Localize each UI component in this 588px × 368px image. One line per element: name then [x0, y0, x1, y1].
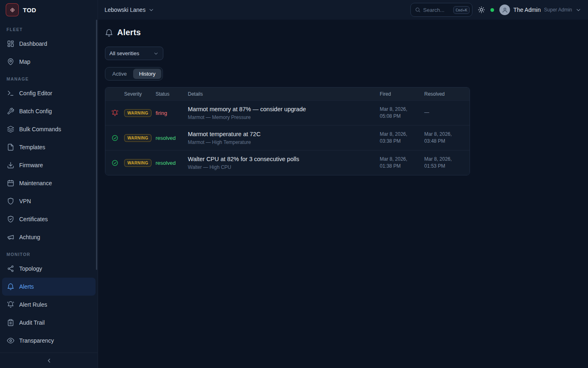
- terminal-icon: [7, 90, 14, 97]
- org-name: Lebowski Lanes: [105, 7, 145, 13]
- severity-badge: WARNING: [124, 159, 151, 167]
- sidebar-item-label: Bulk Commands: [19, 126, 61, 132]
- fired-time: Mar 8, 2026, 03:38 PM: [380, 131, 424, 145]
- org-selector[interactable]: Lebowski Lanes: [105, 7, 154, 13]
- logo[interactable]: TOD: [0, 0, 98, 20]
- sidebar-item-transparency[interactable]: Transparency: [2, 332, 96, 350]
- connection-status-dot: [490, 8, 494, 12]
- search-icon: [415, 7, 421, 13]
- table-header: Severity Status Details Fired Resolved: [105, 88, 470, 100]
- page-header: Alerts: [105, 28, 588, 37]
- tabs-row: Active History: [105, 67, 588, 81]
- alert-row[interactable]: WARNING resolved Walter CPU at 82% for 3…: [105, 150, 470, 175]
- layers-icon: [7, 126, 14, 133]
- user-menu[interactable]: The Admin Super Admin: [499, 4, 581, 15]
- sidebar-item-vpn[interactable]: VPN: [2, 192, 96, 210]
- alert-details: Marmot temperature at 72C Marmot — High …: [188, 131, 380, 145]
- resolved-time: —: [424, 109, 470, 116]
- megaphone-icon: [7, 233, 14, 241]
- alert-details: Walter CPU at 82% for 3 consecutive poll…: [188, 156, 380, 170]
- chevron-left-icon: [46, 357, 52, 364]
- sidebar-item-label: VPN: [19, 198, 31, 204]
- theme-toggle-button[interactable]: [478, 6, 485, 13]
- chevron-down-icon: [153, 51, 159, 56]
- topology-icon: [7, 265, 14, 272]
- resolved-time: Mar 8, 2026, 03:48 PM: [424, 131, 470, 145]
- sidebar-item-batch-config[interactable]: Batch Config: [2, 102, 96, 120]
- user-name: The Admin: [513, 7, 541, 13]
- sidebar-item-alert-rules[interactable]: Alert Rules: [2, 296, 96, 314]
- alert-title: Marmot memory at 87% — consider upgrade: [188, 106, 380, 112]
- calendar-icon: [7, 180, 14, 187]
- sidebar-item-label: Templates: [19, 144, 45, 150]
- sidebar: TOD FLEET Dashboard Map MANAGE Config Ed…: [0, 0, 98, 368]
- shield-check-icon: [7, 215, 14, 223]
- status-text: resolved: [156, 160, 188, 166]
- filter-row: All severities: [105, 47, 588, 60]
- main-column: Lebowski Lanes Cmd+K The Admin Super Adm…: [98, 0, 588, 368]
- tab-active[interactable]: Active: [107, 69, 132, 79]
- sidebar-item-achtung[interactable]: Achtung: [2, 228, 96, 246]
- alert-row[interactable]: WARNING resolved Marmot temperature at 7…: [105, 125, 470, 150]
- avatar: [499, 4, 510, 15]
- severity-filter-select[interactable]: All severities: [105, 47, 163, 60]
- sidebar-item-label: Config Editor: [19, 90, 52, 96]
- sidebar-item-label: Alert Rules: [19, 301, 47, 308]
- section-label-monitor: MONITOR: [0, 246, 98, 260]
- status-text: firing: [156, 110, 188, 116]
- section-label-manage: MANAGE: [0, 71, 98, 84]
- sidebar-item-config-editor[interactable]: Config Editor: [2, 84, 96, 102]
- chevron-down-icon: [575, 7, 581, 13]
- sidebar-item-topology[interactable]: Topology: [2, 260, 96, 278]
- alert-title: Marmot temperature at 72C: [188, 131, 380, 137]
- alert-subtitle: Marmot — High Temperature: [188, 139, 380, 145]
- sidebar-item-label: Map: [19, 58, 30, 65]
- section-label-fleet: FLEET: [0, 21, 98, 35]
- severity-badge: WARNING: [124, 109, 151, 117]
- file-icon: [7, 144, 14, 151]
- col-details: Details: [188, 91, 380, 97]
- chevron-down-icon: [148, 7, 154, 13]
- alert-row[interactable]: WARNING firing Marmot memory at 87% — co…: [105, 100, 470, 125]
- logo-text: TOD: [23, 7, 36, 13]
- sidebar-item-label: Certificates: [19, 216, 48, 222]
- status-text: resolved: [156, 135, 188, 141]
- clipboard-icon: [7, 319, 14, 326]
- sidebar-item-bulk-commands[interactable]: Bulk Commands: [2, 120, 96, 138]
- eye-icon: [7, 337, 14, 344]
- alerts-tabs: Active History: [105, 67, 163, 81]
- col-severity: Severity: [124, 91, 156, 97]
- alert-subtitle: Walter — High CPU: [188, 164, 380, 170]
- search-box[interactable]: Cmd+K: [410, 3, 472, 17]
- sidebar-item-label: Achtung: [19, 234, 40, 240]
- page-title: Alerts: [117, 28, 141, 37]
- sidebar-collapse-button[interactable]: [0, 352, 98, 368]
- tab-history[interactable]: History: [133, 69, 161, 79]
- resolved-time: Mar 8, 2026, 01:53 PM: [424, 156, 470, 170]
- topbar: Lebowski Lanes Cmd+K The Admin Super Adm…: [98, 0, 588, 20]
- sidebar-item-maintenance[interactable]: Maintenance: [2, 174, 96, 192]
- col-fired: Fired: [380, 91, 424, 97]
- sidebar-item-dashboard[interactable]: Dashboard: [2, 35, 96, 53]
- fired-time: Mar 8, 2026, 05:08 PM: [380, 106, 424, 120]
- download-icon: [7, 162, 14, 169]
- user-icon: [502, 7, 508, 13]
- logo-icon: [6, 3, 19, 16]
- sidebar-item-templates[interactable]: Templates: [2, 138, 96, 156]
- bell-icon: [105, 29, 113, 37]
- sidebar-item-alerts[interactable]: Alerts: [2, 278, 96, 296]
- sidebar-item-firmware[interactable]: Firmware: [2, 156, 96, 174]
- sidebar-item-map[interactable]: Map: [2, 53, 96, 71]
- shield-icon: [7, 197, 14, 205]
- alerts-table: Severity Status Details Fired Resolved W…: [105, 87, 470, 175]
- dashboard-grid-icon: [7, 40, 14, 47]
- sidebar-item-audit-trail[interactable]: Audit Trail: [2, 314, 96, 332]
- bell-alert-icon: [105, 110, 124, 117]
- sidebar-scrollbar[interactable]: [96, 20, 97, 270]
- sidebar-item-certificates[interactable]: Certificates: [2, 210, 96, 228]
- col-status: Status: [156, 91, 188, 97]
- sidebar-item-label: Topology: [19, 265, 42, 272]
- search-input[interactable]: [423, 7, 450, 13]
- sun-icon: [478, 6, 485, 13]
- map-pin-icon: [7, 58, 14, 65]
